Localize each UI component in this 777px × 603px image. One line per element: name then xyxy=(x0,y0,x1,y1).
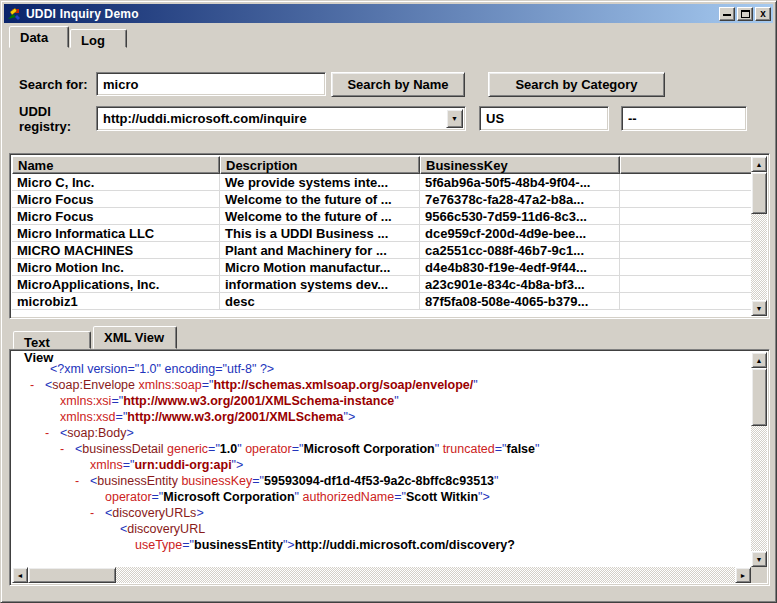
xml-token-v: Microsoft Corporation xyxy=(163,490,294,504)
scroll-up-icon: ▲ xyxy=(756,161,763,168)
xml-token-p: " xyxy=(237,442,245,456)
xml-token-a: generic xyxy=(167,442,208,456)
filter-field[interactable]: -- xyxy=(621,106,747,131)
xml-token-p: > xyxy=(196,506,203,520)
xml-token-p: > xyxy=(126,426,133,440)
tab-data-label: Data xyxy=(20,30,48,45)
xml-token-v: false xyxy=(507,442,536,456)
title-bar[interactable]: UDDI Inquiry Demo x xyxy=(4,4,773,23)
search-label: Search for: xyxy=(19,77,88,92)
table-cell-business_key: 5f6ab96a-50f5-48b4-9f04-... xyxy=(420,174,620,190)
country-field[interactable]: US xyxy=(479,106,609,131)
search-input[interactable]: micro xyxy=(96,72,326,96)
table-cell-name: Micro Focus xyxy=(12,208,220,224)
table-row[interactable]: Micro Motion Inc.Micro Motion manufactur… xyxy=(12,259,751,276)
country-field-value: US xyxy=(486,111,504,126)
xml-token-t: http://uddi.microsoft.com/discovery? xyxy=(295,538,515,552)
table-row[interactable]: Micro Informatica LLCThis is a UDDI Busi… xyxy=(12,225,751,242)
minimize-button[interactable] xyxy=(719,7,735,21)
xml-horizontal-scrollbar[interactable] xyxy=(12,567,751,583)
xml-token-e: discoveryURLs xyxy=(112,506,196,520)
table-cell-business_key: a23c901e-834c-4b8a-bf3... xyxy=(420,276,620,292)
table-row[interactable]: microbiz1desc87f5fa08-508e-4065-b379... xyxy=(12,293,751,310)
results-scroll-up-button[interactable]: ▲ xyxy=(751,156,767,172)
table-row[interactable]: Micro C, Inc.We provide systems inte...5… xyxy=(12,174,751,191)
table-cell-description: Welcome to the future of ... xyxy=(220,191,420,207)
xml-collapse-marker[interactable]: - xyxy=(45,425,60,441)
xml-vscrollbar-thumb[interactable] xyxy=(751,368,767,426)
xml-token-pi: <?xml version="1.0" encoding="utf-8" ?> xyxy=(50,362,274,376)
table-cell-business_key: d4e4b830-f19e-4edf-9f44... xyxy=(420,259,620,275)
table-row[interactable]: Micro FocusWelcome to the future of ...9… xyxy=(12,208,751,225)
xml-line: <discoveryURL xyxy=(16,521,751,537)
xml-token-p: " xyxy=(535,442,539,456)
column-header-BusinessKey[interactable]: BusinessKey xyxy=(420,156,620,174)
combo-dropdown-button[interactable]: ▼ xyxy=(446,109,463,128)
xml-token-e: discoveryURL xyxy=(127,522,205,536)
table-cell-name: microbiz1 xyxy=(12,293,220,309)
xml-token-a: authorizedName xyxy=(302,490,394,504)
xml-token-p: =" xyxy=(495,442,507,456)
registry-label-line2: registry: xyxy=(19,119,71,134)
xml-line: xmlns="urn:uddi-org:api"> xyxy=(16,457,751,473)
xml-token-v: businessEntity xyxy=(194,538,283,552)
xml-scroll-down-button[interactable]: ▼ xyxy=(751,551,767,567)
xml-token-e: businessDetail xyxy=(82,442,163,456)
xml-token-a: xmlns:xsd xyxy=(60,410,116,424)
xml-token-v: 59593094-df1d-4f53-9a2c-8bffc8c93513 xyxy=(264,474,494,488)
search-by-name-label: Search by Name xyxy=(347,77,448,92)
table-row[interactable]: MicroApplications, Inc.information syste… xyxy=(12,276,751,293)
window-title: UDDI Inquiry Demo xyxy=(26,7,717,21)
xml-token-u: http://www.w3.org/2001/XMLSchema-instanc… xyxy=(123,394,394,408)
tab-xml-view[interactable]: XML View xyxy=(93,326,177,349)
xml-token-p: =" xyxy=(208,442,220,456)
maximize-button[interactable] xyxy=(737,7,753,21)
minimize-icon xyxy=(723,8,731,16)
xml-token-a: useType xyxy=(135,538,182,552)
table-cell-description: information systems dev... xyxy=(220,276,420,292)
xml-token-a: xmlns:soap xyxy=(139,378,202,392)
tab-log[interactable]: Log xyxy=(70,29,127,48)
results-scrollbar-thumb[interactable] xyxy=(751,172,767,214)
scroll-left-icon: ◄ xyxy=(17,572,24,579)
xml-line: xmlns:xsi="http://www.w3.org/2001/XMLSch… xyxy=(16,393,751,409)
results-listview: NameDescriptionBusinessKey Micro C, Inc.… xyxy=(9,153,770,319)
xml-line: - <soap:Envelope xmlns:soap="http://sche… xyxy=(16,377,751,393)
table-cell-name: Micro Focus xyxy=(12,191,220,207)
column-header-blank[interactable] xyxy=(620,156,751,174)
xml-collapse-marker[interactable]: - xyxy=(90,505,105,521)
xml-scroll-up-button[interactable]: ▲ xyxy=(751,352,767,368)
xml-token-p: =" xyxy=(116,410,128,424)
xml-token-u: urn:uddi-org:api xyxy=(134,458,231,472)
results-header-row: NameDescriptionBusinessKey xyxy=(12,156,751,174)
xml-token-p: =" xyxy=(292,442,304,456)
xml-token-v: Scott Witkin xyxy=(406,490,478,504)
column-header-Name[interactable]: Name xyxy=(12,156,220,174)
table-row[interactable]: MICRO MACHINESPlant and Machinery for ..… xyxy=(12,242,751,259)
xml-hscrollbar-thumb[interactable] xyxy=(28,567,116,583)
xml-collapse-marker[interactable]: - xyxy=(30,377,45,393)
table-cell-business_key: 87f5fa08-508e-4065-b379... xyxy=(420,293,620,309)
close-button[interactable]: x xyxy=(755,7,771,21)
table-row[interactable]: Micro FocusWelcome to the future of ...7… xyxy=(12,191,751,208)
xml-token-p: "> xyxy=(478,490,490,504)
xml-scroll-left-button[interactable]: ◄ xyxy=(12,567,28,583)
xml-token-p: " xyxy=(394,394,398,408)
registry-combobox[interactable]: http://uddi.microsoft.com/inquire ▼ xyxy=(96,106,466,131)
table-cell-name: MicroApplications, Inc. xyxy=(12,276,220,292)
results-scroll-down-button[interactable]: ▼ xyxy=(751,300,767,316)
filter-field-value: -- xyxy=(628,111,637,126)
tab-text-view[interactable]: Text View xyxy=(13,331,91,349)
column-header-Description[interactable]: Description xyxy=(220,156,420,174)
xml-view-panel: <?xml version="1.0" encoding="utf-8" ?>-… xyxy=(9,349,770,586)
search-by-category-button[interactable]: Search by Category xyxy=(488,72,665,97)
xml-token-e: soap:Body xyxy=(67,426,126,440)
xml-line: useType="businessEntity">http://uddi.mic… xyxy=(16,537,751,553)
tab-data[interactable]: Data xyxy=(9,26,69,48)
xml-token-a: xmlns xyxy=(90,458,123,472)
table-cell-business_key: ca2551cc-088f-46b7-9c1... xyxy=(420,242,620,258)
xml-collapse-marker[interactable]: - xyxy=(75,473,90,489)
search-by-name-button[interactable]: Search by Name xyxy=(331,72,465,97)
xml-scroll-right-button[interactable]: ► xyxy=(735,567,751,583)
xml-collapse-marker[interactable]: - xyxy=(60,441,75,457)
